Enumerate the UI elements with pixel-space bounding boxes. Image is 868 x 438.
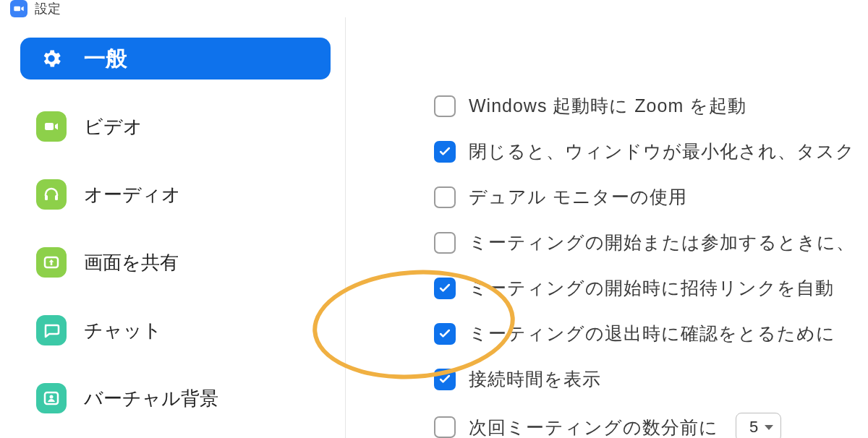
svg-rect-3 — [55, 195, 58, 200]
settings-content: Windows 起動時に Zoom を起動 閉じると、ウィンドウが最小化され、タ… — [346, 17, 868, 438]
checkbox[interactable] — [434, 186, 456, 208]
option-label: ミーティングの開始または参加するときに、 — [469, 231, 855, 254]
option-label: ミーティングの退出時に確認をとるために — [469, 322, 835, 345]
minutes-select[interactable]: 5 — [736, 413, 781, 438]
zoom-app-icon — [10, 0, 27, 17]
option-confirm-leave[interactable]: ミーティングの退出時に確認をとるために — [434, 322, 868, 345]
gear-icon — [36, 43, 67, 74]
settings-body: 一般 ビデオ オーディオ 画面を共有 — [0, 17, 868, 438]
window-title: 設定 — [35, 0, 61, 17]
sidebar-item-virtual-background[interactable]: バーチャル背景 — [20, 377, 331, 419]
sidebar-item-chat[interactable]: チャット — [20, 309, 331, 351]
option-minimize-on-close[interactable]: 閉じると、ウィンドウが最小化され、タスク — [434, 139, 868, 163]
checkbox[interactable] — [434, 278, 456, 299]
option-on-start-or-join[interactable]: ミーティングの開始または参加するときに、 — [434, 231, 868, 254]
minutes-value: 5 — [749, 418, 759, 437]
checkbox[interactable] — [434, 323, 456, 345]
checkbox[interactable] — [434, 369, 456, 390]
option-label: Windows 起動時に Zoom を起動 — [469, 94, 746, 118]
svg-rect-1 — [45, 123, 54, 130]
option-remind-before-meeting[interactable]: 次回ミーティングの数分前に 5 — [434, 413, 868, 438]
sidebar-item-label: 画面を共有 — [84, 250, 179, 275]
option-label: 次回ミーティングの数分前に — [469, 416, 718, 439]
settings-window: 設定 一般 ビデオ オーディオ — [0, 0, 868, 438]
headphones-icon — [36, 179, 67, 210]
svg-point-6 — [50, 395, 54, 399]
sidebar-item-share-screen[interactable]: 画面を共有 — [20, 241, 331, 283]
sidebar-item-label: ビデオ — [84, 114, 142, 139]
checkbox[interactable] — [434, 141, 456, 163]
option-start-with-windows[interactable]: Windows 起動時に Zoom を起動 — [434, 94, 868, 118]
settings-sidebar: 一般 ビデオ オーディオ 画面を共有 — [0, 17, 346, 438]
sidebar-item-audio[interactable]: オーディオ — [20, 173, 331, 215]
virtual-bg-icon — [36, 383, 67, 413]
sidebar-item-video[interactable]: ビデオ — [20, 106, 331, 147]
share-screen-icon — [36, 247, 67, 278]
sidebar-item-label: バーチャル背景 — [84, 386, 218, 411]
option-label: ミーティングの開始時に招待リンクを自動 — [469, 276, 834, 300]
option-show-connected-time[interactable]: 接続時間を表示 — [434, 367, 868, 391]
option-label: 閉じると、ウィンドウが最小化され、タスク — [469, 139, 855, 163]
video-icon — [36, 111, 67, 142]
option-label: 接続時間を表示 — [469, 367, 601, 391]
checkbox[interactable] — [434, 416, 456, 438]
option-dual-monitor[interactable]: デュアル モニターの使用 — [434, 185, 868, 209]
checkbox[interactable] — [434, 95, 456, 117]
checkbox[interactable] — [434, 232, 456, 254]
svg-rect-0 — [14, 7, 20, 12]
titlebar: 設定 — [0, 0, 868, 17]
sidebar-item-label: チャット — [84, 318, 162, 343]
sidebar-item-label: 一般 — [84, 44, 127, 74]
svg-rect-2 — [45, 195, 48, 200]
option-label: デュアル モニターの使用 — [469, 185, 687, 209]
chat-icon — [36, 315, 67, 345]
sidebar-item-general[interactable]: 一般 — [20, 38, 331, 80]
sidebar-item-label: オーディオ — [84, 182, 181, 207]
option-copy-invite-link[interactable]: ミーティングの開始時に招待リンクを自動 — [434, 276, 868, 300]
